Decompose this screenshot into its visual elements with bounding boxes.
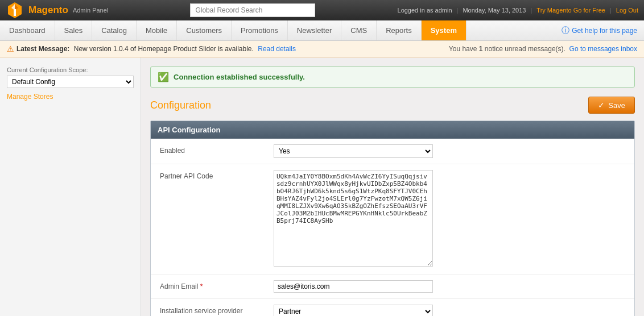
service-provider-value: Partner — [274, 305, 625, 316]
manage-stores-link[interactable]: Manage Stores — [7, 93, 53, 101]
nav-item-dashboard[interactable]: Dashboard — [0, 20, 55, 40]
help-icon: ⓘ — [562, 26, 569, 36]
nav-item-mobile[interactable]: Mobile — [137, 20, 177, 40]
config-header: Configuration ✓ Save — [150, 97, 635, 114]
nav-item-cms[interactable]: CMS — [341, 20, 377, 40]
nav-item-reports[interactable]: Reports — [377, 20, 422, 40]
nav-item-promotions[interactable]: Promotions — [232, 20, 288, 40]
try-magento-link[interactable]: Try Magento Go for Free — [536, 7, 605, 14]
scope-select-wrapper: Default Config — [7, 76, 134, 88]
search-input[interactable] — [190, 3, 315, 17]
sidebar: Current Configuration Scope: Default Con… — [0, 57, 141, 316]
notice-label: Latest Message: — [16, 45, 69, 53]
partner-api-code-row: Partner API Code UQkm4JaIY0Y8BOxm5dKh4Av… — [151, 164, 634, 275]
partner-api-code-value: UQkm4JaIY0Y8BOxm5dKh4AvWcZI6YyISuqQqjsiv… — [274, 170, 625, 268]
read-details-link[interactable]: Read details — [258, 45, 296, 53]
nav-item-newsletter[interactable]: Newsletter — [288, 20, 341, 40]
api-config-header: API Configuration — [151, 121, 634, 139]
main-area: Current Configuration Scope: Default Con… — [0, 57, 644, 316]
header-right: Logged in as admin | Monday, May 13, 201… — [398, 7, 638, 14]
enabled-row: Enabled Yes No — [151, 139, 634, 164]
warning-icon: ⚠ — [7, 44, 14, 53]
separator3: | — [610, 7, 612, 14]
required-marker: * — [200, 282, 203, 290]
logo-brand: Magento — [28, 5, 68, 16]
logout-link[interactable]: Log Out — [616, 7, 638, 14]
scope-select[interactable]: Default Config — [7, 76, 134, 88]
notice-message: New version 1.0.4 of Homepage Product Sl… — [72, 45, 255, 53]
admin-email-label: Admin Email * — [160, 280, 274, 290]
nav-item-sales[interactable]: Sales — [55, 20, 93, 40]
success-text: Connection established successfully. — [174, 73, 305, 81]
help-label[interactable]: Get help for this page — [572, 27, 637, 35]
enabled-label: Enabled — [160, 144, 274, 155]
api-config-body: Enabled Yes No Partner API Code UQkm4JaI… — [151, 139, 634, 316]
service-provider-row: Installation service provider Partner — [151, 299, 634, 316]
nav-item-catalog[interactable]: Catalog — [92, 20, 137, 40]
header: Magento Admin Panel Logged in as admin |… — [0, 0, 644, 20]
magento-logo-icon — [6, 1, 24, 19]
api-config-section: API Configuration Enabled Yes No Partner… — [150, 120, 635, 316]
svg-rect-3 — [14, 9, 16, 16]
notice-left: ⚠ Latest Message: New version 1.0.4 of H… — [7, 44, 296, 53]
separator1: | — [457, 7, 459, 14]
notice-right-text: You have 1 notice unread message(s). — [449, 45, 567, 53]
separator2: | — [530, 7, 532, 14]
nav-item-system[interactable]: System — [422, 20, 467, 40]
nav-item-customers[interactable]: Customers — [177, 20, 232, 40]
check-icon: ✅ — [158, 72, 169, 82]
nav-bar: Dashboard Sales Catalog Mobile Customers… — [0, 20, 644, 41]
save-icon: ✓ — [598, 101, 605, 110]
save-label: Save — [608, 101, 625, 110]
success-message: ✅ Connection established successfully. — [150, 66, 635, 88]
scope-label: Current Configuration Scope: — [7, 66, 134, 73]
config-title: Configuration — [150, 99, 211, 111]
service-provider-label: Installation service provider — [160, 305, 274, 315]
date-text: Monday, May 13, 2013 — [463, 7, 526, 14]
admin-email-value — [274, 280, 625, 293]
notice-bar: ⚠ Latest Message: New version 1.0.4 of H… — [0, 41, 644, 57]
nav-right: ⓘ Get help for this page — [555, 20, 644, 40]
logo-area: Magento Admin Panel — [6, 1, 108, 19]
admin-email-input[interactable] — [274, 280, 433, 293]
partner-api-code-textarea[interactable]: UQkm4JaIY0Y8BOxm5dKh4AvWcZI6YyISuqQqjsiv… — [274, 170, 433, 267]
go-to-messages-link[interactable]: Go to messages inbox — [569, 45, 637, 53]
notice-right: You have 1 notice unread message(s). Go … — [449, 45, 637, 53]
logged-in-text: Logged in as admin — [398, 7, 452, 14]
partner-api-code-label: Partner API Code — [160, 170, 274, 180]
logo-subtitle: Admin Panel — [73, 7, 108, 14]
enabled-select[interactable]: Yes No — [274, 144, 433, 158]
content-area: ✅ Connection established successfully. C… — [141, 57, 644, 316]
save-button[interactable]: ✓ Save — [588, 97, 635, 114]
service-provider-select[interactable]: Partner — [274, 305, 433, 316]
admin-email-row: Admin Email * — [151, 275, 634, 299]
enabled-value: Yes No — [274, 144, 625, 158]
